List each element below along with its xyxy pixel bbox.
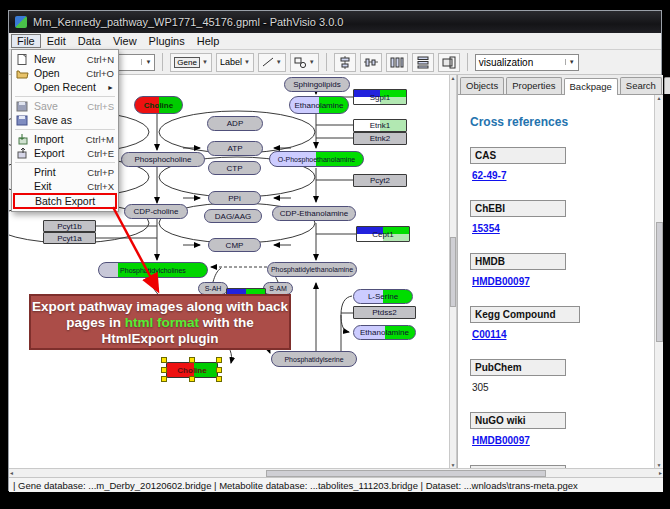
toolbar-separator (162, 53, 163, 71)
selection-handle[interactable] (189, 376, 195, 382)
node-ethanolamine-bottom[interactable]: Ethanolamine (353, 325, 416, 340)
status-bar: | Gene database: ...m_Derby_20120602.bri… (9, 477, 663, 492)
distribute-horizontal-button[interactable] (386, 53, 408, 72)
file-menu-save[interactable]: Save Ctrl+S (12, 99, 118, 113)
node-ppi[interactable]: PPi (208, 191, 261, 205)
node-dag-aag[interactable]: DAG/AAG (204, 209, 262, 223)
menu-item-shortcut: Ctrl+P (87, 167, 114, 178)
gene-node-etnk1[interactable]: Etnk1 (353, 119, 407, 132)
gene-node-cept1[interactable]: Cept1 (356, 226, 410, 242)
node-phosphatidylserine[interactable]: Phosphatidylserine (271, 351, 357, 367)
node-phosphatidylethanolamine[interactable]: Phosphatidylethanolamine (267, 262, 357, 277)
xref-value: 305 (472, 382, 489, 393)
menu-item-label: Exit (34, 180, 87, 192)
node-ethanolamine[interactable]: Ethanolamine (289, 96, 349, 114)
gene-node-ptdss2[interactable]: Ptdss2 (353, 306, 416, 319)
canvas-horizontal-scrollbar[interactable]: ◄ ► (9, 468, 663, 477)
node-adp[interactable]: ADP (207, 116, 263, 131)
gene-node-etnk2[interactable]: Etnk2 (353, 132, 407, 145)
menu-item-shortcut: Ctrl+M (86, 134, 114, 145)
file-menu-print[interactable]: Print Ctrl+P (12, 165, 118, 179)
node-atp[interactable]: ATP (207, 141, 263, 156)
blank-icon (16, 181, 29, 192)
node-cdp-ethanolamine[interactable]: CDP-Ethanolamine (272, 206, 356, 221)
file-menu-open[interactable]: Open Ctrl+O (12, 66, 118, 80)
xref-section-nugo: NuGO wiki HMDB00097 (470, 412, 653, 456)
file-menu-batch-export[interactable]: Batch Export (13, 193, 117, 209)
export-icon (16, 148, 29, 159)
file-menu-new[interactable]: New Ctrl+N (12, 52, 118, 66)
xref-section-chebi: ChEBI 15354 (470, 200, 653, 244)
menu-view[interactable]: View (107, 34, 143, 48)
xref-link[interactable]: HMDB00097 (472, 276, 530, 287)
annotation-line2-post: with the (199, 315, 254, 330)
gene-node-sgpl1[interactable]: Sgpl1 (353, 89, 407, 105)
node-l-serine[interactable]: L-Serine (353, 289, 413, 304)
node-ctp[interactable]: CTP (208, 161, 261, 175)
menu-file[interactable]: File (11, 34, 41, 48)
annotation-line1: Export pathway images along with back (31, 299, 289, 315)
menu-data[interactable]: Data (72, 34, 107, 48)
selection-handle[interactable] (216, 357, 222, 363)
menu-separator (15, 96, 115, 97)
scroll-up-icon[interactable]: ▲ (657, 95, 662, 101)
selection-handle[interactable] (216, 367, 222, 373)
visualization-combobox[interactable]: visualization▼ (475, 54, 579, 71)
scroll-right-icon[interactable]: ► (658, 470, 663, 476)
label-icon: Label (220, 57, 242, 67)
selection-handle[interactable] (161, 367, 167, 373)
align-center-y-button[interactable] (360, 53, 382, 72)
xref-name: NuGO wiki (470, 412, 566, 429)
menu-item-shortcut: Ctrl+E (87, 148, 114, 159)
add-label-button[interactable]: Label▼ (216, 53, 254, 72)
gene-node-pcyt1a[interactable]: Pcyt1a (43, 232, 96, 244)
align-center-x-button[interactable] (334, 53, 356, 72)
scrollbar-thumb[interactable] (450, 237, 456, 307)
node-choline-top[interactable]: Choline (134, 96, 183, 114)
scroll-left-icon[interactable]: ◄ (9, 470, 14, 476)
xref-link[interactable]: HMDB00097 (472, 435, 530, 446)
tab-search[interactable]: Search (620, 77, 662, 94)
xref-section-cas: CAS 62-49-7 (470, 147, 653, 191)
selection-handle[interactable] (189, 357, 195, 363)
menu-edit[interactable]: Edit (41, 34, 72, 48)
file-menu-open-recent[interactable]: Open Recent ► (12, 80, 118, 94)
menu-help[interactable]: Help (191, 34, 226, 48)
shape-tool-button[interactable]: ▼ (290, 53, 319, 72)
selection-handle[interactable] (161, 357, 167, 363)
file-menu-exit[interactable]: Exit Ctrl+X (12, 179, 118, 193)
menu-item-shortcut: Ctrl+N (87, 54, 114, 65)
menu-plugins[interactable]: Plugins (143, 34, 191, 48)
menu-item-label: Batch Export (35, 195, 113, 207)
xref-link[interactable]: C00114 (472, 329, 506, 340)
tab-objects[interactable]: Objects (460, 77, 504, 94)
distribute-vertical-button[interactable] (412, 53, 434, 72)
canvas-vertical-scrollbar[interactable]: ▲ ▼ (449, 75, 457, 468)
node-o-phosphoethanolamine[interactable]: O-Phosphoethanolamine (269, 151, 364, 167)
common-size-button[interactable] (438, 53, 460, 72)
file-menu-save-as[interactable]: Save as (12, 113, 118, 127)
scrollbar-thumb[interactable] (656, 222, 663, 342)
node-cdp-choline[interactable]: CDP-choline (124, 204, 188, 219)
node-phosphatidylcholines[interactable]: Phosphatidylcholines (98, 262, 208, 278)
scrollbar-thumb[interactable] (266, 470, 546, 477)
node-phosphocholine[interactable]: Phosphocholine (121, 152, 205, 167)
node-cmp[interactable]: CMP (208, 238, 261, 252)
xref-link[interactable]: 62-49-7 (472, 170, 506, 181)
add-gene-button[interactable]: Gene▼ (170, 53, 212, 72)
xref-link[interactable]: 15354 (472, 223, 500, 234)
gene-node-pcyt1b[interactable]: Pcyt1b (43, 220, 96, 232)
file-menu-import[interactable]: Import Ctrl+M (12, 132, 118, 146)
tab-backpage[interactable]: Backpage (564, 78, 618, 95)
file-menu-export[interactable]: Export Ctrl+E (12, 146, 118, 160)
title-bar[interactable]: Mm_Kennedy_pathway_WP1771_45176.gpml - P… (9, 11, 661, 33)
selection-handle[interactable] (161, 376, 167, 382)
panel-vertical-scrollbar[interactable]: ▲ ▼ (654, 95, 663, 468)
scroll-up-icon[interactable]: ▲ (451, 75, 456, 81)
node-sphingolipids[interactable]: Sphingolipids (284, 77, 350, 92)
tab-legend[interactable]: Legend (664, 77, 670, 94)
line-tool-button[interactable]: ▼ (258, 53, 286, 72)
gene-node-pcyt2[interactable]: Pcyt2 (353, 174, 407, 187)
selection-handle[interactable] (216, 376, 222, 382)
tab-properties[interactable]: Properties (506, 77, 561, 94)
